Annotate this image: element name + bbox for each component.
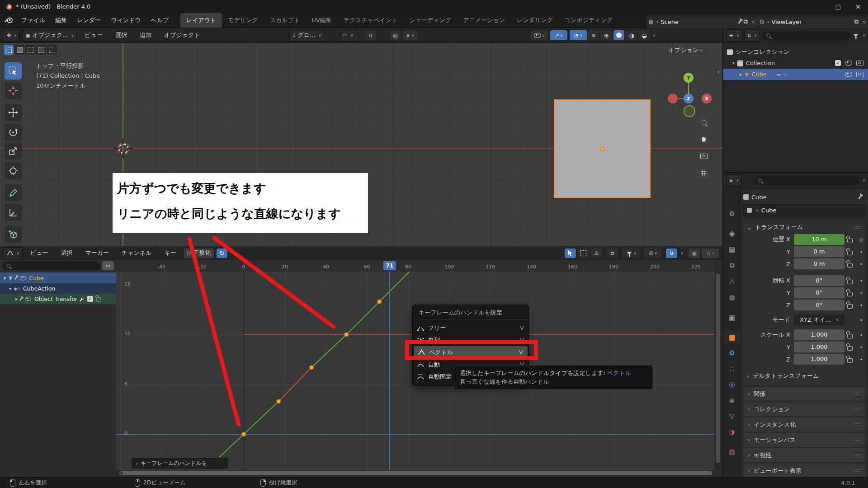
tool-measure[interactable] (5, 204, 22, 221)
tab-tool[interactable]: ⚙ (723, 207, 741, 221)
tab-collection[interactable]: ▣ (723, 311, 741, 324)
tab-texture[interactable]: ▦ (723, 445, 741, 459)
tab-material[interactable]: ◑ (723, 425, 741, 439)
cube-object[interactable] (554, 99, 651, 198)
gizmos-dropdown[interactable]: ↗∨ (550, 30, 567, 40)
editor-type-button[interactable]: ✥∨ (4, 29, 20, 42)
tool-transform[interactable] (5, 162, 22, 179)
hide-eye-icon[interactable] (845, 72, 852, 77)
panel-motion-paths[interactable]: ›モーションパス∷∷ (743, 433, 865, 447)
transform-panel-header[interactable]: ⌄ トランスフォーム ∷∷ (743, 222, 863, 233)
select-mode-set[interactable] (4, 45, 14, 55)
copy-viewlayer-icon[interactable]: ⧉ (854, 18, 859, 25)
close-button[interactable]: × (848, 0, 868, 13)
graph-menu-marker[interactable]: マーカー (80, 249, 114, 257)
viewport-menu-select[interactable]: 選択 (110, 31, 132, 39)
menu-file[interactable]: ファイル (16, 16, 50, 24)
tab-scene[interactable]: ◬ (723, 274, 741, 288)
playhead-line[interactable] (389, 272, 390, 470)
tab-object[interactable] (723, 331, 741, 344)
unlock-icon[interactable] (847, 346, 853, 351)
outliner-row-scene-collection[interactable]: シーンコレクション (723, 46, 868, 57)
operator-panel[interactable]: › キーフレームのハンドルを (131, 457, 229, 469)
visibility-dropdown[interactable]: ∨ (531, 30, 548, 40)
animate-dot-icon[interactable]: • (855, 290, 867, 296)
horizontal-scrollbar[interactable] (118, 471, 714, 475)
snap-caret[interactable]: ∨ (680, 251, 683, 255)
field-location-x[interactable]: 位置 X10 m◇ (743, 234, 863, 245)
disable-render-icon[interactable] (856, 61, 863, 66)
timeline-ruler[interactable]: 71 -40-20020406080100120140160180200220 (116, 260, 714, 272)
snap-dropdown-graph[interactable]: ∪ (666, 249, 677, 258)
current-frame-badge[interactable]: 71 (383, 261, 396, 270)
tool-rotate[interactable] (5, 124, 22, 141)
shading-material[interactable]: ◑ (626, 30, 637, 40)
graph-menu-channel[interactable]: チャンネル (117, 249, 157, 257)
show-errors-toggle[interactable]: ⚠ (591, 249, 602, 258)
pan-button[interactable] (698, 133, 710, 145)
filter-dropdown[interactable]: ∨ (623, 249, 640, 258)
select-mode-extend[interactable] (14, 45, 24, 55)
shading-rendered[interactable]: ◒ (639, 30, 650, 40)
pin-scene-icon[interactable] (738, 19, 741, 24)
unlock-icon[interactable] (847, 239, 853, 243)
graph-menu-select[interactable]: 選択 (56, 249, 77, 257)
viewport-menu-add[interactable]: 追加 (135, 31, 156, 39)
field-location-z[interactable]: Z0 m• (743, 258, 863, 269)
disable-render-icon[interactable] (856, 72, 863, 77)
menu-render[interactable]: レンダー (72, 16, 106, 24)
transform-orientation[interactable]: ⟂グロ...∨ (289, 29, 324, 42)
gizmo-axis-z[interactable]: Z (684, 94, 693, 103)
expand-icon[interactable]: ▸ (740, 72, 742, 77)
animate-dot-icon[interactable]: • (855, 357, 867, 362)
tool-cursor[interactable] (5, 82, 22, 99)
graph-menu-view[interactable]: ビュー (25, 249, 53, 257)
tab-modifiers[interactable]: ⚙ (723, 346, 741, 360)
viewlayer-selector[interactable]: ⧉∨ ViewLayer ⧉ × (757, 15, 868, 28)
tab-object-data[interactable]: ▽ (723, 409, 741, 423)
animate-dot-icon[interactable]: • (855, 278, 867, 284)
proportional-edit-toggle[interactable]: ◎ (390, 30, 401, 40)
field-scale-x[interactable]: スケール X1.000• (743, 329, 863, 340)
visibility-eye-icon[interactable] (20, 276, 26, 280)
panel-visibility[interactable]: ›可視性∷∷ (743, 448, 865, 462)
select-mode-invert[interactable] (36, 45, 46, 55)
pin-icon[interactable] (14, 276, 18, 280)
field-rotation-y[interactable]: Y0°• (743, 287, 863, 298)
workspace-tab-layout[interactable]: レイアウト (180, 13, 222, 28)
animate-dot-icon[interactable]: • (855, 261, 867, 267)
select-mode-intersect[interactable] (47, 45, 57, 55)
outliner-row-collection[interactable]: ▾ Collection ✓ (723, 57, 868, 69)
tab-output[interactable]: ▤ (723, 243, 741, 256)
channel-row-cube[interactable]: ▾ ▼ Cube (0, 272, 120, 283)
unlock-icon[interactable] (847, 292, 853, 296)
only-selected-toggle[interactable] (565, 249, 576, 258)
channel-row-cubeaction[interactable]: ▾ ◆◇ CubeAction (0, 283, 125, 294)
field-scale-z[interactable]: Z1.000• (743, 354, 863, 365)
outliner-row-cube[interactable]: ▸ ▼ Cube ↝ ▽ (723, 69, 868, 80)
workspace-tab-shading[interactable]: シェーディング (403, 13, 457, 28)
workspace-tab-uv[interactable]: UV編集 (306, 13, 337, 28)
animate-dot-icon[interactable]: • (855, 302, 867, 308)
tool-scale[interactable] (5, 142, 22, 160)
field-location-y[interactable]: Y0 m• (743, 246, 863, 257)
unlink-scene-icon[interactable]: × (751, 19, 756, 25)
keyframe-diamond-icon[interactable]: ◇ (855, 237, 867, 243)
region-collapse-arrow[interactable]: ‹ (717, 68, 720, 76)
gizmo-axis-x[interactable]: X (702, 94, 712, 103)
gizmo-axis-y[interactable]: Y (684, 73, 693, 83)
field-scale-y[interactable]: Y1.000• (743, 342, 863, 352)
tab-render[interactable]: ◉ (723, 227, 741, 240)
snap-magnet-toggle[interactable]: ∪ (365, 30, 376, 40)
animate-dot-icon[interactable]: • (855, 344, 867, 350)
menu-edit[interactable]: 編集 (50, 16, 72, 24)
ghost-curves-toggle[interactable]: ⧉ (607, 249, 618, 258)
panel-viewport-display[interactable]: ›ビューポート表示∷∷ (743, 464, 865, 478)
tab-view-layer[interactable]: ⧉ (723, 258, 741, 272)
tab-world[interactable]: ◍ (723, 291, 741, 304)
editor-type-button-properties[interactable]: ≡∨ (726, 174, 742, 187)
remove-viewlayer-icon[interactable]: × (862, 19, 867, 25)
expand-icon[interactable]: ▾ (9, 286, 11, 291)
tab-physics[interactable]: ◎ (723, 378, 741, 391)
properties-options-caret[interactable]: ∨ (863, 178, 865, 183)
